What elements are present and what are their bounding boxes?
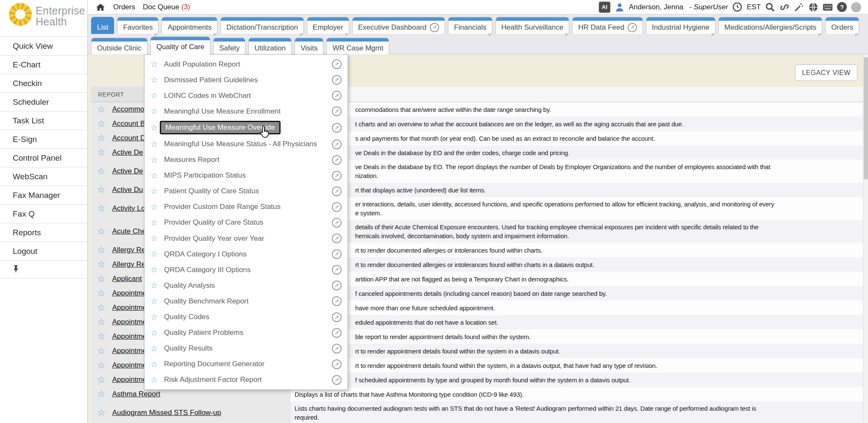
tab-industrial-hygiene[interactable]: Industrial Hygiene [646, 17, 715, 34]
favorite-star-icon[interactable]: ☆ [97, 104, 106, 115]
sidebar-item-scheduler[interactable]: Scheduler [0, 93, 87, 111]
favorite-star-icon[interactable]: ☆ [150, 249, 158, 259]
menu-item-quality-analysis[interactable]: ☆Quality Analysis↗ [145, 281, 348, 290]
sidebar-item-webscan[interactable]: WebScan [0, 167, 87, 186]
sidebar-item-reports[interactable]: Reports [0, 223, 87, 242]
sidebar-item-quick-view[interactable]: Quick View [0, 37, 87, 56]
open-in-new-icon[interactable]: ↗ [332, 59, 342, 69]
favorite-star-icon[interactable]: ☆ [150, 155, 158, 165]
sidebar-item-fax-q[interactable]: Fax Q [0, 205, 87, 223]
open-in-new-icon[interactable]: ↗ [332, 375, 342, 385]
favorite-star-icon[interactable]: ☆ [150, 328, 158, 338]
open-in-new-icon[interactable]: ↗ [332, 123, 342, 133]
favorite-star-icon[interactable]: ☆ [150, 106, 158, 116]
report-link-appointme[interactable]: Appointme [112, 347, 147, 355]
favorite-star-icon[interactable]: ☆ [97, 133, 106, 144]
report-link-allergy-re[interactable]: Allergy Re [112, 246, 145, 254]
avatar[interactable] [851, 2, 861, 12]
tab-employer[interactable]: Employer [307, 17, 349, 34]
favorite-star-icon[interactable]: ☆ [150, 234, 158, 243]
menu-item-audit-population-report[interactable]: ☆Audit Population Report↗ [145, 59, 348, 69]
report-link-accommo[interactable]: Accommo [112, 105, 145, 114]
sidebar-item-control-panel[interactable]: Control Panel [0, 149, 87, 167]
favorite-star-icon[interactable]: ☆ [97, 118, 106, 129]
keyboard-icon[interactable] [823, 2, 833, 12]
user-name[interactable]: Anderson, Jenna [629, 3, 684, 11]
tab-executive-dashboard[interactable]: Executive Dashboard↗ [352, 17, 445, 34]
menu-item-provider-custom-date-range-status[interactable]: ☆Provider Custom Date Range Status↗ [145, 202, 348, 212]
favorite-star-icon[interactable]: ☆ [150, 75, 158, 85]
favorite-star-icon[interactable]: ☆ [97, 374, 106, 385]
tab-appointments[interactable]: Appointments [161, 17, 217, 34]
open-in-new-icon[interactable]: ↗ [332, 359, 342, 369]
menu-item-provider-quality-year-over-year[interactable]: ☆Provider Quality Year over Year↗ [145, 234, 348, 243]
menu-item-risk-adjustment-factor-report[interactable]: ☆Risk Adjustment Factor Report↗ [145, 375, 348, 385]
tab-financials[interactable]: Financials [448, 17, 492, 34]
favorite-star-icon[interactable]: ☆ [97, 345, 106, 356]
scrollbar-thumb[interactable] [864, 57, 868, 180]
tab-utilization[interactable]: Utilization [248, 38, 292, 55]
report-link-applicant[interactable]: Applicant [112, 275, 142, 283]
favorite-star-icon[interactable]: ☆ [97, 147, 106, 158]
open-in-new-icon[interactable]: ↗ [332, 186, 342, 196]
menu-item-quality-codes[interactable]: ☆Quality Codes↗ [145, 312, 348, 322]
menu-item-quality-benchmark-report[interactable]: ☆Quality Benchmark Report↗ [145, 296, 348, 306]
sidebar-item-e-sign[interactable]: E-Sign [0, 130, 87, 149]
favorite-star-icon[interactable]: ☆ [97, 259, 106, 270]
menu-item-meaningful-use-measure-enrollment[interactable]: ☆Meaningful Use Measure Enrollment↗ [145, 106, 348, 116]
help-icon[interactable]: ? [837, 2, 847, 12]
favorite-star-icon[interactable]: ☆ [97, 407, 106, 418]
favorite-star-icon[interactable]: ☆ [97, 184, 106, 195]
open-in-new-icon[interactable]: ↗ [332, 139, 342, 149]
search-icon[interactable] [765, 2, 775, 12]
favorite-star-icon[interactable]: ☆ [97, 389, 106, 400]
tab-quality-of-care[interactable]: Quality of Care [150, 36, 210, 55]
open-in-new-icon[interactable]: ↗ [332, 171, 342, 181]
menu-item-meaningful-use-measure-override[interactable]: ☆Meaningful Use Measure Override↗ [145, 122, 348, 133]
tab-hr-data-feed[interactable]: HR Data Feed↗ [572, 17, 643, 34]
open-in-new-icon[interactable]: ↗ [332, 234, 342, 243]
tab-visits[interactable]: Visits [295, 38, 323, 55]
breadcrumb-orders[interactable]: Orders [113, 3, 135, 11]
favorite-star-icon[interactable]: ☆ [150, 218, 158, 228]
report-link-audiogram-missed-sts-follow-up[interactable]: Audiogram Missed STS Follow-up [112, 409, 221, 417]
open-in-new-icon[interactable]: ↗ [332, 281, 342, 290]
menu-item-dismissed-patient-guidelines[interactable]: ☆Dismissed Patient Guidelines↗ [145, 75, 348, 85]
favorite-star-icon[interactable]: ☆ [150, 186, 158, 196]
favorite-star-icon[interactable]: ☆ [150, 59, 158, 69]
menu-item-loinc-codes-in-webchart[interactable]: ☆LOINC Codes in WebChart↗ [145, 91, 348, 100]
open-in-new-icon[interactable]: ↗ [332, 328, 342, 338]
open-in-new-icon[interactable]: ↗ [332, 75, 342, 85]
tab-health-surveillance[interactable]: Health Surveillance [495, 17, 569, 34]
menu-item-meaningful-use-measure-status-all-physicians[interactable]: ☆Meaningful Use Measure Status - All Phy… [145, 139, 348, 149]
favorite-star-icon[interactable]: ☆ [97, 245, 106, 256]
open-in-new-icon[interactable]: ↗ [332, 265, 342, 275]
report-link-active-du[interactable]: Active Du [112, 186, 143, 194]
favorite-star-icon[interactable]: ☆ [97, 302, 106, 313]
favorite-star-icon[interactable]: ☆ [150, 359, 158, 369]
menu-item-reporting-document-generator[interactable]: ☆Reporting Document Generator↗ [145, 359, 348, 369]
open-in-new-icon[interactable]: ↗ [332, 249, 342, 259]
menu-item-measures-report[interactable]: ☆Measures Report↗ [145, 155, 348, 165]
favorite-star-icon[interactable]: ☆ [150, 139, 158, 149]
tab-list[interactable]: List [91, 17, 114, 34]
favorite-star-icon[interactable]: ☆ [150, 281, 158, 290]
tab-wr-case-mgmt[interactable]: WR Case Mgmt [326, 38, 389, 55]
menu-item-quality-results[interactable]: ☆Quality Results↗ [145, 344, 348, 353]
breadcrumb-doc-queue[interactable]: Doc Queue(3) [143, 3, 190, 11]
tab-medications-allergies-scripts[interactable]: Medications/Allergies/Scripts [718, 17, 822, 34]
legacy-view-button[interactable]: LEGACY VIEW [795, 64, 857, 81]
favorite-star-icon[interactable]: ☆ [150, 123, 158, 133]
tab-favorites[interactable]: Favorites [117, 17, 159, 34]
report-link-allergy-re[interactable]: Allergy Re [112, 260, 145, 269]
report-link-active-de[interactable]: Active De [112, 167, 143, 175]
ai-badge[interactable]: AI [599, 2, 610, 13]
favorite-star-icon[interactable]: ☆ [97, 317, 106, 328]
report-link-account-b[interactable]: Account B [112, 120, 145, 128]
favorite-star-icon[interactable]: ☆ [150, 375, 158, 385]
favorite-star-icon[interactable]: ☆ [97, 360, 106, 371]
favorite-star-icon[interactable]: ☆ [150, 312, 158, 322]
favorite-star-icon[interactable]: ☆ [97, 203, 106, 214]
menu-item-mips-participation-status[interactable]: ☆MIPS Participation Status↗ [145, 171, 348, 181]
open-in-new-icon[interactable]: ↗ [332, 344, 342, 353]
